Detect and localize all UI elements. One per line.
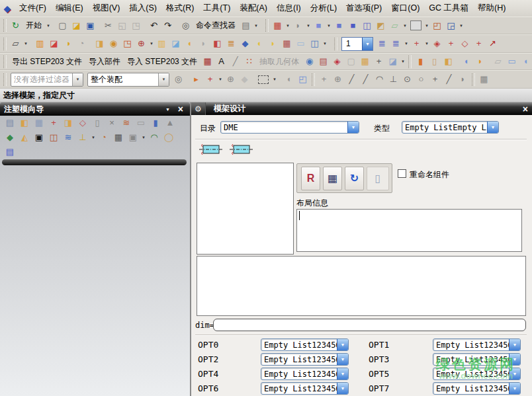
extrude-icon[interactable]: ◨ — [93, 37, 107, 50]
caret-icon[interactable]: ▼ — [253, 24, 259, 28]
snapshot-icon[interactable]: ◩ — [374, 19, 388, 32]
sketch-icon[interactable]: ▱ — [9, 37, 22, 50]
moldbase-option-icon-1[interactable] — [199, 141, 224, 158]
swoosh-icon[interactable]: ◠ — [147, 131, 161, 144]
half-cylinder-icon[interactable]: ◖ — [519, 55, 532, 68]
orient-xform-icon[interactable]: + — [372, 55, 386, 68]
redo-icon[interactable]: ↷ — [161, 19, 175, 32]
moldbase-size-list[interactable] — [197, 163, 294, 255]
rename-components-checkbox[interactable] — [398, 169, 406, 178]
menu-assemblies[interactable]: 装配(A) — [235, 1, 272, 15]
stamp-icon[interactable]: ▯ — [427, 55, 441, 68]
circle-snap-icon[interactable]: ○ — [414, 73, 428, 86]
dialog-close-icon[interactable]: × — [519, 102, 532, 115]
caret-icon[interactable]: ▼ — [305, 24, 312, 28]
command-finder-label[interactable]: 命令查找器 — [193, 20, 239, 31]
moldbase-option-icon-2[interactable] — [229, 141, 254, 158]
tube-icon[interactable]: ▭ — [294, 37, 308, 50]
menu-gc-toolbox[interactable]: GC 工具箱 — [424, 1, 473, 15]
work-layer-field[interactable]: 1 — [341, 37, 373, 51]
move-handles-icon[interactable]: + — [317, 73, 331, 86]
caret-icon[interactable]: ▼ — [140, 136, 147, 139]
snap-point-icon[interactable]: + — [203, 73, 217, 86]
panel-menu-caret-icon[interactable]: ▼ — [160, 107, 175, 112]
menu-format[interactable]: 格式(R) — [161, 1, 199, 15]
parting-icon[interactable]: ≋ — [119, 116, 134, 130]
caret-icon[interactable]: ▼ — [90, 136, 97, 139]
caret-icon[interactable]: ▼ — [148, 42, 155, 46]
multi-cavity-icon[interactable]: ◧ — [17, 116, 32, 130]
menu-preferences[interactable]: 首选项(P) — [341, 1, 386, 15]
bend-blue-icon[interactable]: ◖ — [459, 55, 473, 68]
menu-edit[interactable]: 编辑(E) — [51, 1, 88, 15]
import-step203-button[interactable]: 导入 STEP203 文件 — [124, 56, 200, 67]
menu-information[interactable]: 信息(I) — [272, 1, 306, 15]
toolbar-grip[interactable] — [3, 19, 7, 32]
opt0-dropdown[interactable]: Empty List12345678 ▼ — [261, 338, 349, 351]
menu-file[interactable]: 文件(F) — [15, 1, 51, 15]
copy-icon[interactable]: ◱ — [115, 19, 129, 32]
type-dropdown[interactable]: Empty ListEmpty List ▼ — [402, 121, 499, 134]
mold-tools-icon[interactable]: × — [105, 116, 119, 130]
trim-mold-icon[interactable]: ◔ — [97, 131, 111, 144]
rotate-handles-icon[interactable]: ⊕ — [331, 73, 345, 86]
bend-orange-icon[interactable]: ◗ — [473, 55, 487, 68]
edit-database-button[interactable]: ▦ — [323, 167, 342, 190]
export-step203-button[interactable]: 导出 STEP203 文件 — [9, 56, 85, 67]
cube-array-icon[interactable]: ▦ — [358, 55, 372, 68]
line-tool-icon[interactable]: ╱ — [228, 55, 242, 68]
toolbar-grip[interactable] — [3, 73, 7, 86]
cavity-layout-icon[interactable]: ◇ — [75, 116, 90, 130]
caret-icon[interactable]: ▼ — [22, 42, 29, 46]
screen-layout-icon[interactable]: ▦ — [271, 19, 285, 32]
book-icon[interactable]: ▤ — [316, 55, 330, 68]
caret-icon[interactable]: ▼ — [403, 42, 410, 46]
datum-grid-icon[interactable]: ◈ — [330, 55, 344, 68]
point-set-icon[interactable]: ∷ — [242, 55, 256, 68]
caret-icon[interactable]: ▼ — [423, 42, 430, 46]
exit-window-icon[interactable]: ◲ — [444, 19, 458, 32]
find-in-assembly-icon[interactable]: ◎ — [171, 73, 185, 86]
edit-registry-button[interactable]: R — [301, 167, 320, 190]
layer-settings-icon[interactable]: ≣ — [375, 37, 389, 50]
runner-icon[interactable]: ▣ — [32, 131, 46, 144]
render-style-icon[interactable]: ◗ — [291, 19, 305, 32]
menu-analysis[interactable]: 分析(L) — [306, 1, 341, 15]
save-icon[interactable]: ▣ — [83, 19, 97, 32]
layout-info-textarea[interactable] — [296, 209, 522, 252]
text-tool-icon[interactable]: A — [214, 55, 228, 68]
toolbar-grip[interactable] — [3, 38, 7, 50]
background-color-icon[interactable] — [410, 20, 421, 30]
slider-lifter-icon[interactable]: ◆ — [3, 131, 17, 144]
intersect-icon[interactable]: ◖ — [183, 37, 197, 50]
collapsed-group-bar[interactable] — [2, 159, 187, 165]
unite-icon[interactable]: ▥ — [155, 37, 169, 50]
panel-close-icon[interactable]: × — [175, 104, 186, 114]
opt3-dropdown[interactable]: Empty List12345678 ▼ — [433, 353, 521, 366]
point-snap-icon[interactable]: ╱ — [442, 73, 456, 86]
selection-scope-dropdown[interactable]: 整个装配 — [87, 73, 169, 87]
face-snap-icon[interactable]: ◗ — [456, 73, 470, 86]
sweep-icon[interactable]: ◆ — [238, 37, 252, 50]
pole-snap-icon[interactable]: ⊥ — [386, 73, 400, 86]
gate-icon[interactable]: ◫ — [46, 131, 61, 144]
selection-filter-dropdown[interactable]: 没有选择过滤器 — [11, 73, 83, 87]
open-file-icon[interactable]: ◪ — [69, 19, 83, 32]
layer-category-icon[interactable]: ≣ — [389, 37, 403, 50]
wireframe-cube-icon[interactable]: ◫ — [360, 19, 374, 32]
menu-tools[interactable]: 工具(T) — [199, 1, 235, 15]
toolbar-grip[interactable] — [312, 73, 315, 86]
command-finder-icon[interactable]: ◎ — [179, 19, 193, 32]
plane-constructor-icon[interactable]: ◇ — [458, 37, 472, 50]
message-list[interactable] — [197, 256, 526, 316]
note-icon[interactable]: ▢ — [344, 55, 358, 68]
image-icon[interactable]: ▦ — [200, 55, 214, 68]
datum-csys-icon[interactable]: ◪ — [47, 37, 61, 50]
thread-icon[interactable]: ≣ — [224, 37, 238, 50]
electrode-icon[interactable]: ⊥ — [75, 131, 90, 144]
toolbar-grip[interactable] — [408, 56, 412, 68]
toolbar-grip[interactable] — [472, 73, 475, 86]
pocket-icon[interactable]: ▣ — [126, 131, 140, 144]
start-icon[interactable]: ↻ — [9, 19, 22, 32]
opt5-dropdown[interactable]: Empty List12345678 ▼ — [433, 368, 521, 380]
